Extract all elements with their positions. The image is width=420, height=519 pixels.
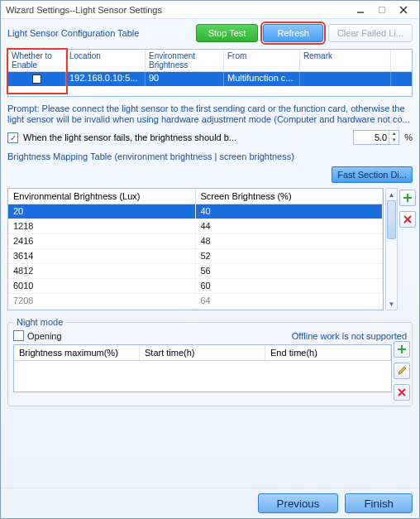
enable-cell[interactable] [8, 72, 66, 86]
add-row-button[interactable] [399, 190, 416, 206]
config-row[interactable]: 192.168.0.10:5...90Multifunction c... [8, 72, 412, 86]
env-value: 7208 [8, 294, 196, 308]
mapping-row[interactable]: 361452 [8, 249, 383, 264]
col-from[interactable]: From [224, 50, 300, 71]
col-enable[interactable]: Whether to Enable [8, 50, 66, 71]
prompt-text: Prompt: Please connect the light sensor … [7, 103, 413, 125]
screen-value: 48 [196, 234, 384, 248]
fail-brightness-row: ✓ When the light sensor fails, the brigh… [7, 130, 413, 145]
col-brightness-max[interactable]: Brightness maximum(%) [14, 345, 140, 360]
location-cell: 192.168.0.10:5... [66, 72, 146, 86]
config-table-header: Whether to Enable Location Environment B… [8, 50, 412, 72]
env-value: 20 [8, 204, 196, 219]
mapping-scrollbar[interactable]: ▲ ▼ [385, 188, 398, 310]
col-screen-brightness[interactable]: Screen Brightness (%) [196, 189, 384, 204]
mapping-table-label: Brightness Mapping Table (environment br… [7, 151, 413, 161]
stop-test-button[interactable]: Stop Test [196, 24, 259, 42]
screen-value: 44 [196, 219, 384, 233]
window-title: Wizard Settings--Light Sensor Settings [6, 5, 350, 15]
night-table: Brightness maximum(%) Start time(h) End … [13, 344, 392, 392]
mapping-row[interactable]: 481256 [8, 264, 383, 279]
fast-section-button[interactable]: Fast Section Di... [332, 166, 413, 183]
delete-row-button[interactable] [399, 211, 416, 228]
env-value: 3614 [8, 249, 196, 263]
night-delete-button[interactable] [394, 384, 410, 401]
from-cell: Multifunction c... [224, 72, 300, 86]
mapping-row[interactable]: 601060 [8, 279, 383, 294]
opening-label: Opening [27, 331, 62, 341]
mapping-row[interactable]: 121844 [8, 219, 383, 234]
scroll-down-icon[interactable]: ▼ [386, 298, 397, 310]
screen-value: 52 [196, 249, 384, 263]
col-env-brightness[interactable]: Environmental Brightness (Lux) [8, 189, 196, 204]
screen-value: 40 [196, 204, 384, 219]
col-env[interactable]: Environment Brightness [146, 50, 224, 71]
finish-button[interactable]: Finish [345, 493, 413, 513]
night-add-button[interactable] [394, 341, 410, 358]
screen-value: 56 [196, 264, 384, 278]
mapping-table: Environmental Brightness (Lux) Screen Br… [7, 188, 384, 310]
fail-checkbox[interactable]: ✓ [7, 132, 18, 143]
minimize-button[interactable] [350, 2, 371, 17]
offline-text: Offline work is not supported [292, 331, 407, 341]
fail-brightness-spinner[interactable]: ▲▼ [389, 131, 399, 144]
footer: Previous Finish [1, 488, 419, 518]
previous-button[interactable]: Previous [258, 493, 339, 513]
scroll-up-icon[interactable]: ▲ [386, 189, 397, 200]
title-bar: Wizard Settings--Light Sensor Settings [1, 1, 419, 19]
night-mode-group: Night mode ✓ Opening Offline work is not… [7, 317, 413, 406]
night-mode-legend: Night mode [13, 317, 66, 327]
col-location[interactable]: Location [66, 50, 146, 71]
client-area: Light Sensor Configuration Table Stop Te… [1, 19, 419, 488]
svg-rect-1 [379, 7, 385, 12]
config-table-label: Light Sensor Configuration Table [7, 28, 139, 38]
opening-checkbox[interactable]: ✓ [13, 330, 24, 341]
env-value: 1218 [8, 219, 196, 233]
refresh-button[interactable]: Refresh [263, 24, 323, 42]
env-value: 4812 [8, 264, 196, 278]
clear-failed-button: Clear Failed Li... [328, 24, 413, 42]
config-table: Whether to Enable Location Environment B… [7, 49, 413, 97]
mapping-row[interactable]: 2040 [8, 204, 383, 219]
env-cell: 90 [146, 72, 224, 86]
night-edit-button[interactable] [394, 363, 410, 379]
mapping-row[interactable]: 241648 [8, 234, 383, 249]
fail-checkbox-label: When the light sensor fails, the brightn… [23, 132, 236, 142]
env-value: 6010 [8, 279, 196, 293]
col-remark[interactable]: Remark [300, 50, 391, 71]
percent-label: % [404, 132, 413, 142]
remark-cell [300, 72, 391, 86]
window: Wizard Settings--Light Sensor Settings L… [0, 0, 420, 519]
col-end-time[interactable]: End time(h) [265, 345, 391, 360]
maximize-button[interactable] [371, 2, 393, 17]
mapping-row[interactable]: 720864 [8, 294, 383, 309]
screen-value: 60 [196, 279, 384, 293]
env-value: 2416 [8, 234, 196, 248]
col-start-time[interactable]: Start time(h) [140, 345, 265, 360]
close-button[interactable] [393, 2, 414, 17]
screen-value: 64 [196, 294, 384, 308]
